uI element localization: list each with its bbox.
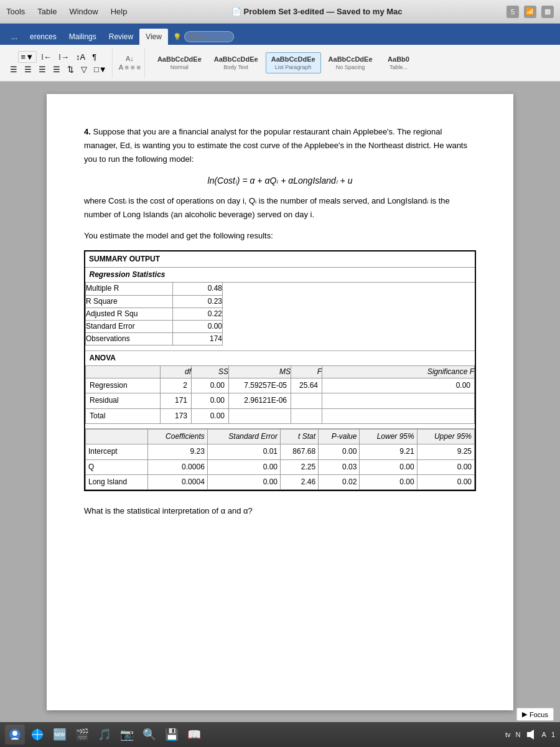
coefficients-table: Coefficients Standard Error t Stat P-val… — [85, 429, 475, 490]
regression-stats-table: Regression Statistics Multiple R 0.48 R … — [85, 268, 475, 345]
taskbar-app7[interactable]: 🔍 — [139, 725, 159, 745]
doc-title: 📄 Problem Set 3-edited — Saved to my Mac — [127, 7, 506, 16]
question-text: What is the statistical interpretation o… — [84, 504, 476, 518]
taskbar-app4[interactable]: 🎬 — [72, 725, 92, 745]
tab-erences[interactable]: erences — [24, 29, 63, 45]
menu-help[interactable]: Help — [111, 7, 128, 16]
window-icon-5: 5 — [506, 6, 519, 18]
align-right-btn[interactable]: ☰ — [36, 64, 49, 75]
coeff-header-se: Standard Error — [207, 430, 280, 444]
stat-val-0: 0.48 — [173, 283, 223, 295]
equation: ln(Costᵢ) = α + αQᵢ + αLongIslandᵢ + u — [84, 174, 476, 187]
stat-label-4: Observations — [86, 333, 173, 345]
taskbar-n: N — [516, 731, 521, 738]
tab-ellipsis[interactable]: ... — [5, 29, 24, 45]
tell-me-area[interactable]: 💡 — [173, 31, 234, 42]
coeff-header-coefficients: Coefficients — [148, 430, 208, 444]
focus-button[interactable]: ▶ Focus — [516, 708, 554, 721]
taskbar-sound-icon — [526, 729, 537, 740]
coeff-header-upper: Upper 95% — [417, 430, 474, 444]
style-swatches: AaBbCcDdEe Normal AaBbCcDdEe Body Text A… — [147, 52, 422, 73]
taskbar-app8[interactable]: 💾 — [162, 725, 182, 745]
stat-val-3: 0.00 — [173, 320, 223, 332]
tell-me-input[interactable] — [184, 31, 234, 42]
taskbar-app6[interactable]: 📷 — [117, 725, 137, 745]
indent-left-btn[interactable]: ⁞← — [39, 52, 54, 62]
sort-btn[interactable]: ↕A — [73, 52, 88, 62]
coeff-row-q: Q 0.0006 0.00 2.25 0.03 0.00 0.00 — [86, 459, 475, 474]
taskbar-app9[interactable]: 📖 — [184, 725, 204, 745]
anova-row-total: Total 173 0.00 — [86, 408, 475, 423]
line-spacing-btn[interactable]: ⇅ — [65, 64, 77, 75]
taskbar-app3[interactable]: 🆕 — [50, 725, 70, 745]
coeff-row-intercept: Intercept 9.23 0.01 867.68 0.00 9.21 9.2… — [86, 444, 475, 459]
align-left-btn[interactable]: ☰ — [7, 64, 20, 75]
ribbon-tabs-row: ... erences Mailings Review View 💡 — [0, 24, 560, 45]
ribbon: ≡▼ ⁞← ⁞→ ↕A ¶ ☰ ☰ ☰ ☰ ⇅ ▽ □▼ — [0, 45, 560, 82]
style-body-text[interactable]: AaBbCcDdEe Body Text — [209, 53, 263, 73]
anova-header-df: df — [161, 365, 192, 378]
anova-header-ms: MS — [229, 365, 291, 378]
where-text: where Costᵢ is the cost of operations on… — [84, 194, 476, 222]
style-dropdown-btn[interactable]: ≡▼ — [18, 51, 37, 63]
anova-label: ANOVA — [86, 351, 475, 366]
coeff-header-p: P-value — [319, 430, 360, 444]
pilcrow-btn[interactable]: ¶ — [90, 52, 99, 62]
style-table[interactable]: AaBb0 Table... — [380, 53, 418, 73]
align-center-btn[interactable]: ☰ — [22, 64, 34, 75]
svg-rect-5 — [527, 732, 530, 737]
window-icon-screen: ▩ — [541, 6, 554, 18]
taskbar: 🆕 🎬 🎵 📷 🔍 💾 📖 tv N A 1 — [0, 722, 560, 747]
menu-table[interactable]: Table — [37, 7, 57, 16]
tab-mailings[interactable]: Mailings — [63, 29, 103, 45]
anova-header-ss: SS — [192, 365, 229, 378]
taskbar-finder[interactable] — [5, 725, 25, 745]
menu-window[interactable]: Window — [69, 7, 98, 16]
summary-output-table: SUMMARY OUTPUT Regression Statistics Mul… — [84, 250, 476, 491]
anova-row-residual: Residual 171 0.00 2.96121E-06 — [86, 393, 475, 408]
font-indicator: A↓ A ≡ ≡ ≡ — [115, 47, 145, 78]
page: 4. Suppose that you are a financial anal… — [47, 94, 513, 710]
svg-marker-6 — [530, 730, 534, 740]
focus-icon: ▶ — [522, 710, 527, 718]
border-btn[interactable]: □▼ — [91, 64, 110, 75]
stat-val-1: 0.23 — [173, 295, 223, 308]
menu-tools[interactable]: Tools — [6, 7, 25, 16]
anova-header-sigf: Significance F — [322, 365, 475, 378]
title-bar: Tools Table Window Help 📄 Problem Set 3-… — [0, 0, 560, 24]
taskbar-safari[interactable] — [27, 725, 47, 745]
highlight-btn[interactable]: ▽ — [78, 64, 90, 75]
estimate-text: You estimate the model and get the follo… — [84, 229, 476, 243]
coeff-row-longisland: Long Island 0.0004 0.00 2.46 0.02 0.00 0… — [86, 474, 475, 489]
ribbon-body: ≡▼ ⁞← ⁞→ ↕A ¶ ☰ ☰ ☰ ☰ ⇅ ▽ □▼ — [0, 45, 560, 81]
summary-output-label: SUMMARY OUTPUT — [89, 255, 160, 263]
doc-area: 4. Suppose that you are a financial anal… — [0, 82, 560, 723]
font-group: ≡▼ ⁞← ⁞→ ↕A ¶ ☰ ☰ ☰ ☰ ⇅ ▽ □▼ — [5, 47, 113, 78]
anova-header-f: F — [291, 365, 322, 378]
lightbulb-icon: 💡 — [173, 33, 182, 41]
coeff-header-lower: Lower 95% — [360, 430, 417, 444]
tab-review[interactable]: Review — [103, 29, 139, 45]
menu-bar[interactable]: Tools Table Window Help — [6, 7, 127, 16]
anova-row-regression: Regression 2 0.00 7.59257E-05 25.64 0.00 — [86, 378, 475, 393]
coeff-header-t: t Stat — [281, 430, 319, 444]
justify-btn[interactable]: ☰ — [50, 64, 63, 75]
stat-val-2: 0.22 — [173, 308, 223, 320]
problem-intro: 4. Suppose that you are a financial anal… — [84, 125, 476, 166]
style-no-spacing[interactable]: AaBbCcDdEe No Spacing — [324, 53, 378, 73]
taskbar-right: tv N A 1 — [505, 729, 555, 740]
stat-val-4: 174 — [173, 333, 223, 345]
style-normal[interactable]: AaBbCcDdEe Normal — [152, 53, 207, 73]
taskbar-clock: 1 — [551, 731, 555, 738]
style-list-paragraph[interactable]: AaBbCcDdEe List Paragraph — [266, 52, 321, 73]
taskbar-tv: tv — [505, 731, 511, 738]
anova-table: ANOVA df SS MS F Significance F Regressi… — [85, 351, 475, 424]
stat-label-0: Multiple R — [86, 283, 173, 295]
stat-label-1: R Square — [86, 295, 173, 308]
indent-right-btn[interactable]: ⁞→ — [56, 52, 72, 62]
stat-label-2: Adjusted R Squ — [86, 308, 173, 320]
taskbar-app5[interactable]: 🎵 — [95, 725, 114, 745]
window-icon-signal: 📶 — [524, 6, 536, 18]
tab-view[interactable]: View — [139, 29, 168, 45]
title-bar-icons: 5 📶 ▩ — [506, 6, 554, 18]
